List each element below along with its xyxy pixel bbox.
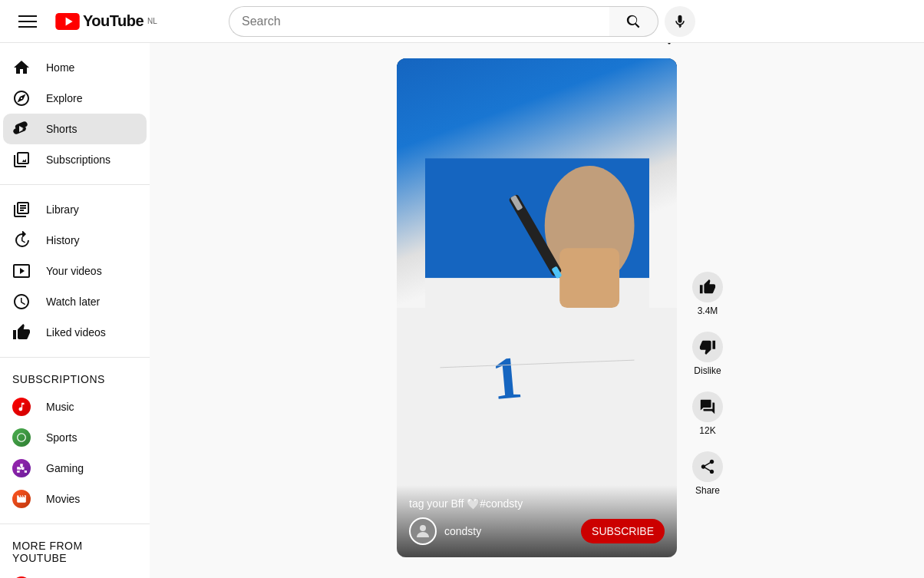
- header: YouTubeNL: [0, 0, 924, 43]
- sidebar-item-sports[interactable]: Sports: [3, 422, 147, 453]
- more-from-title: MORE FROM YOUTUBE: [0, 533, 150, 570]
- sidebar-item-movies[interactable]: Movies: [3, 484, 147, 514]
- share-label: Share: [695, 485, 720, 496]
- subscriptions-title: SUBSCRIPTIONS: [0, 367, 150, 391]
- pen-drawing-svg: 1: [425, 108, 649, 507]
- like-button[interactable]: 3.4M: [692, 272, 723, 316]
- sidebar-label-music: Music: [46, 401, 74, 413]
- more-options-icon: [662, 43, 677, 46]
- sidebar-item-yt-premium[interactable]: YouTube Premium: [3, 570, 147, 578]
- svg-rect-14: [559, 248, 619, 308]
- explore-icon: [12, 89, 31, 107]
- history-icon: [12, 231, 31, 249]
- sidebar-label-home: Home: [46, 61, 74, 74]
- header-left: YouTubeNL: [12, 6, 158, 37]
- sidebar-label-explore: Explore: [46, 92, 82, 104]
- video-caption: tag your Bff 🤍#condsty: [409, 497, 665, 510]
- sidebar-item-explore[interactable]: Explore: [3, 83, 147, 114]
- shorts-icon: [12, 120, 31, 138]
- comment-count: 12K: [699, 425, 715, 436]
- sidebar-label-library: Library: [46, 203, 79, 216]
- menu-icon: [18, 12, 37, 31]
- comment-icon: [699, 398, 716, 415]
- sidebar-label-history: History: [46, 234, 80, 246]
- your-videos-icon: [12, 262, 31, 280]
- sidebar-item-shorts[interactable]: Shorts: [3, 114, 147, 144]
- channel-avatar: [409, 517, 437, 545]
- video-thumbnail: 1: [397, 58, 677, 557]
- divider-1: [0, 184, 150, 185]
- youtube-logo[interactable]: YouTubeNL: [55, 12, 157, 30]
- sidebar-item-gaming[interactable]: Gaming: [3, 453, 147, 484]
- youtube-locale: NL: [147, 17, 157, 25]
- youtube-wordmark: YouTube: [83, 12, 144, 30]
- share-icon-container: [692, 451, 723, 482]
- sidebar-label-subscriptions: Subscriptions: [46, 154, 111, 166]
- thumbs-down-icon: [699, 339, 716, 355]
- sidebar-label-movies: Movies: [46, 493, 80, 505]
- thumbs-up-icon: [699, 279, 716, 296]
- sidebar-label-your-videos: Your videos: [46, 265, 102, 277]
- comments-button[interactable]: 12K: [692, 391, 723, 436]
- dislike-label: Dislike: [694, 365, 721, 376]
- sidebar: Home Explore Shorts Subscriptions Librar…: [0, 43, 150, 578]
- search-icon: [626, 14, 642, 29]
- main-content: 1 tag your Bff 🤍#condsty condsty SUBSCRI…: [150, 43, 924, 578]
- svg-rect-6: [679, 26, 681, 28]
- svg-text:1: 1: [489, 344, 524, 412]
- svg-point-20: [420, 525, 426, 531]
- sports-avatar: [12, 428, 31, 447]
- sidebar-item-subscriptions[interactable]: Subscriptions: [3, 144, 147, 175]
- divider-3: [0, 524, 150, 524]
- like-icon-container: [692, 272, 723, 302]
- movies-avatar: [12, 490, 31, 508]
- subscribe-button[interactable]: SUBSCRIBE: [581, 519, 665, 543]
- video-container: 1 tag your Bff 🤍#condsty condsty SUBSCRI…: [150, 43, 924, 578]
- voice-search-button[interactable]: [665, 6, 695, 37]
- dislike-icon-container: [692, 332, 723, 362]
- svg-point-10: [668, 43, 670, 45]
- video-overlay: tag your Bff 🤍#condsty condsty SUBSCRIBE: [397, 485, 677, 557]
- hamburger-button[interactable]: [12, 6, 43, 37]
- sidebar-item-history[interactable]: History: [3, 225, 147, 256]
- library-icon: [12, 200, 31, 219]
- comments-icon-container: [692, 391, 723, 422]
- video-channel-row: condsty SUBSCRIBE: [409, 517, 665, 545]
- divider-2: [0, 357, 150, 358]
- svg-rect-2: [18, 26, 37, 28]
- search-bar: [229, 6, 658, 37]
- sidebar-label-sports: Sports: [46, 431, 77, 444]
- sidebar-label-gaming: Gaming: [46, 462, 84, 474]
- sidebar-item-liked-videos[interactable]: Liked videos: [3, 317, 147, 348]
- subscriptions-icon: [12, 150, 31, 169]
- svg-rect-1: [18, 21, 37, 22]
- youtube-logo-icon: [55, 13, 80, 30]
- side-actions: 3.4M Dislike: [692, 272, 723, 496]
- channel-name: condsty: [444, 525, 573, 537]
- liked-videos-icon: [12, 323, 31, 342]
- header-center: [170, 6, 754, 37]
- sidebar-label-shorts: Shorts: [46, 123, 77, 135]
- like-count: 3.4M: [698, 306, 718, 316]
- gaming-avatar: [12, 459, 31, 477]
- share-button[interactable]: Share: [692, 451, 723, 496]
- sidebar-label-liked-videos: Liked videos: [46, 326, 106, 339]
- sidebar-label-watch-later: Watch later: [46, 296, 100, 308]
- watch-later-icon: [12, 292, 31, 311]
- svg-rect-0: [18, 15, 37, 17]
- dislike-button[interactable]: Dislike: [692, 332, 723, 376]
- share-icon: [699, 458, 716, 475]
- sidebar-item-library[interactable]: Library: [3, 194, 147, 225]
- sidebar-item-your-videos[interactable]: Your videos: [3, 256, 147, 286]
- more-options-button[interactable]: [655, 43, 683, 52]
- home-icon: [12, 58, 31, 77]
- sidebar-item-music[interactable]: Music: [3, 391, 147, 422]
- search-input[interactable]: [229, 6, 609, 37]
- sidebar-item-home[interactable]: Home: [3, 52, 147, 83]
- music-avatar: [12, 398, 31, 416]
- video-card[interactable]: 1 tag your Bff 🤍#condsty condsty SUBSCRI…: [397, 58, 677, 557]
- svg-rect-5: [678, 25, 681, 27]
- video-wrapper: 1 tag your Bff 🤍#condsty condsty SUBSCRI…: [397, 58, 677, 557]
- search-button[interactable]: [609, 6, 658, 37]
- sidebar-item-watch-later[interactable]: Watch later: [3, 286, 147, 317]
